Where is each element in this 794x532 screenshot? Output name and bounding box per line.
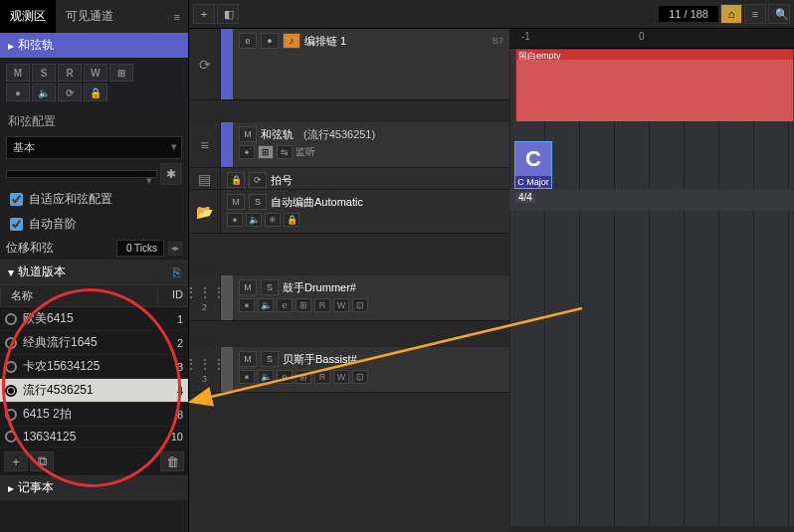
timeline-ruler[interactable]: -1 0	[509, 29, 794, 49]
offset-value[interactable]: 0 Ticks	[116, 240, 164, 257]
auto-rec-button[interactable]: ●	[227, 213, 243, 227]
delete-version-button[interactable]: 🗑	[160, 451, 184, 471]
version-radio[interactable]	[5, 361, 17, 373]
sig-row-bg	[509, 189, 794, 211]
version-radio[interactable]	[5, 409, 17, 421]
timesig-box[interactable]: 4/4	[515, 192, 535, 203]
home-button[interactable]: ⌂	[720, 4, 742, 24]
mute-button[interactable]: M	[6, 64, 30, 82]
offset-stepper[interactable]: ◂▸	[168, 242, 182, 256]
mini-e-button[interactable]: e	[239, 33, 257, 49]
notes-header[interactable]: ▸ 记事本	[0, 475, 188, 500]
lock2-button[interactable]: 🔒	[84, 84, 107, 101]
read-button[interactable]: R	[58, 64, 82, 82]
track-config-button[interactable]: ◧	[217, 4, 239, 24]
version-name: 6415 2拍	[23, 406, 161, 423]
auto-mon-button[interactable]: 🔈	[246, 213, 262, 227]
sig-lock-button[interactable]: 🔒	[227, 172, 245, 188]
drummer-title: 鼓手Drummer#	[283, 280, 356, 295]
arrange-chain-title: 编排链 1	[304, 34, 346, 49]
chord-track-label: 和弦轨	[18, 37, 54, 54]
version-row[interactable]: 6415 2拍 8	[0, 403, 188, 427]
sig-loop-button[interactable]: ⟳	[249, 172, 267, 188]
freeze-button[interactable]: ⟳	[58, 84, 82, 101]
auto-chord-checkbox-row[interactable]: 自适应和弦配置	[0, 187, 188, 212]
version-row[interactable]: 经典流行1645 2	[0, 331, 188, 355]
track-versions-header[interactable]: ▾ 轨道版本 ⎘	[0, 260, 188, 284]
list-button[interactable]: ≡	[744, 4, 766, 24]
chord-mute-button[interactable]: M	[239, 126, 257, 142]
folder-icon: ▤	[198, 171, 211, 187]
drum-extra-button[interactable]: ⊡	[352, 298, 368, 312]
drum-mon-button[interactable]: 🔈	[258, 298, 274, 312]
collapse-arrow-icon: ▾	[8, 266, 14, 279]
col-id-header: ID	[157, 285, 187, 306]
drum-w-button[interactable]: W	[333, 298, 349, 312]
chord-midi-button[interactable]: ⊞	[258, 145, 274, 159]
drum-e-button[interactable]: e	[277, 298, 293, 312]
bass-r-button[interactable]: R	[314, 370, 330, 384]
record-button[interactable]: ●	[6, 84, 30, 101]
bass-e-button[interactable]: e	[277, 370, 293, 384]
drum-solo-button[interactable]: S	[261, 279, 279, 295]
auto-freeze-button[interactable]: ❄	[265, 213, 281, 227]
auto-lock-button[interactable]: 🔒	[284, 213, 299, 227]
tab-observe[interactable]: 观测区	[0, 0, 56, 33]
add-version-button[interactable]: +	[4, 451, 28, 471]
tabs-menu-icon[interactable]: ≡	[166, 11, 188, 23]
chord-preset-dropdown[interactable]: 基本	[6, 136, 182, 159]
bass-solo-button[interactable]: S	[261, 351, 279, 367]
chord-track-title: 和弦轨	[261, 127, 294, 142]
empty-clip[interactable]: 留白empty	[515, 49, 794, 120]
drum-mute-button[interactable]: M	[239, 279, 257, 295]
bass-mute-button[interactable]: M	[239, 351, 257, 367]
drum-rec-button[interactable]: ●	[239, 298, 255, 312]
bass-extra-button[interactable]: ⊡	[352, 370, 368, 384]
preset-settings-button[interactable]: ✱	[160, 163, 182, 185]
version-row[interactable]: 13634125 10	[0, 427, 188, 447]
bassist-title: 贝斯手Bassist#	[283, 352, 357, 367]
add-track-button[interactable]: +	[193, 4, 215, 24]
chord-preset-sub-dropdown[interactable]	[6, 170, 157, 178]
link-icon[interactable]: ⎘	[173, 266, 180, 279]
chord-rec-button[interactable]: ●	[239, 145, 255, 159]
monitor-button[interactable]: 🔈	[32, 84, 56, 101]
duplicate-version-button[interactable]: ⧉	[30, 451, 54, 471]
drum-midi-button[interactable]: ⊞	[296, 298, 311, 312]
notes-label: 记事本	[18, 479, 54, 496]
tab-visible-channels[interactable]: 可见通道	[56, 0, 123, 33]
auto-scale-checkbox-row[interactable]: 自动音阶	[0, 212, 188, 237]
version-radio[interactable]	[5, 385, 17, 397]
auto-scale-label: 自动音阶	[29, 216, 77, 233]
auto-chord-checkbox[interactable]	[10, 193, 23, 206]
version-row[interactable]: 欧美6415 1	[0, 307, 188, 331]
chord-icon: ≡	[200, 137, 208, 153]
version-id: 8	[161, 409, 183, 421]
version-row[interactable]: 流行4536251 4	[0, 379, 188, 403]
version-row[interactable]: 卡农15634125 3	[0, 355, 188, 379]
version-name: 13634125	[23, 430, 161, 443]
bass-rec-button[interactable]: ●	[239, 370, 255, 384]
chord-block[interactable]: C C Major	[515, 142, 551, 188]
mini-rec-button[interactable]: ●	[261, 33, 279, 49]
version-radio[interactable]	[5, 337, 17, 349]
version-radio[interactable]	[5, 431, 17, 443]
auto-solo-button[interactable]: S	[249, 194, 267, 210]
version-radio[interactable]	[5, 313, 17, 325]
auto-scale-checkbox[interactable]	[10, 218, 23, 231]
bass-midi-button[interactable]: ⊞	[296, 370, 311, 384]
drum-r-button[interactable]: R	[314, 298, 330, 312]
mini-note-button[interactable]: ♪	[283, 33, 300, 49]
bass-mon-button[interactable]: 🔈	[258, 370, 274, 384]
bass-w-button[interactable]: W	[333, 370, 349, 384]
lock-button[interactable]: ⊞	[109, 64, 133, 82]
auto-mute-button[interactable]: M	[227, 194, 245, 210]
chord-track-header[interactable]: ▸ 和弦轨	[0, 33, 188, 58]
chord-route-button[interactable]: ↹	[277, 145, 293, 159]
solo-button[interactable]: S	[32, 64, 56, 82]
col-name-header: 名称	[1, 285, 157, 306]
midi-icon: ⋮⋮⋮	[184, 284, 226, 300]
search-button[interactable]: 🔍	[768, 4, 790, 24]
write-button[interactable]: W	[84, 64, 107, 82]
ruler-mark: 0	[639, 31, 645, 42]
